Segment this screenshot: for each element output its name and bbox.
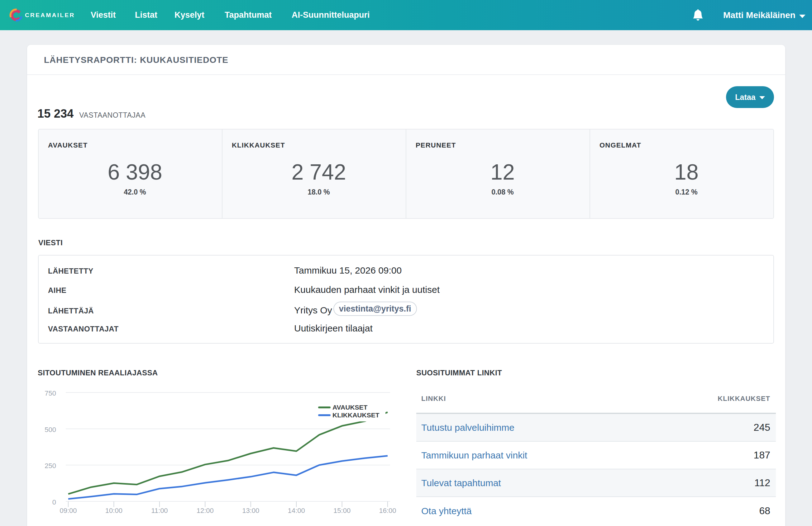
svg-text:14:00: 14:00 [288, 507, 305, 514]
svg-text:11:00: 11:00 [151, 507, 168, 514]
svg-text:10:00: 10:00 [105, 507, 122, 514]
svg-text:AVAUKSET: AVAUKSET [332, 404, 368, 411]
svg-text:12:00: 12:00 [197, 507, 214, 514]
svg-text:13:00: 13:00 [242, 507, 259, 514]
svg-text:0: 0 [52, 498, 56, 506]
svg-text:09:00: 09:00 [59, 507, 77, 514]
svg-text:KLIKKAUKSET: KLIKKAUKSET [332, 411, 379, 419]
svg-text:500: 500 [45, 426, 56, 434]
svg-text:250: 250 [45, 462, 56, 470]
svg-text:15:00: 15:00 [333, 507, 350, 514]
svg-text:16:00: 16:00 [379, 507, 396, 514]
svg-text:750: 750 [45, 389, 56, 397]
